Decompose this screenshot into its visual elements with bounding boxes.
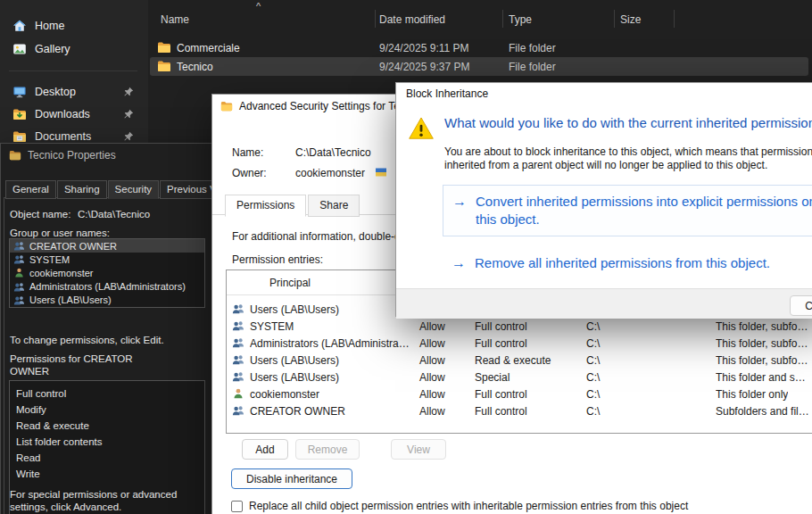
object-name-label: Object name: bbox=[10, 209, 70, 220]
remove-permissions-command-link[interactable]: → Remove all inherited permissions from … bbox=[443, 247, 812, 279]
gallery-icon bbox=[12, 42, 27, 56]
object-name-value: C:\Data\Tecnico bbox=[78, 209, 150, 220]
group-icon bbox=[13, 240, 25, 252]
convert-permissions-command-link[interactable]: → Convert inherited permissions into exp… bbox=[443, 185, 812, 236]
owner-label: Owner: bbox=[232, 167, 267, 179]
advanced-hint-text: For special permissions or advanced sett… bbox=[10, 489, 211, 513]
tab-security[interactable]: Security bbox=[108, 180, 160, 199]
permission-item-read[interactable]: Read bbox=[10, 450, 204, 466]
pin-icon[interactable] bbox=[123, 87, 134, 97]
sidebar-item-label: Downloads bbox=[35, 108, 90, 120]
group-item-cookiemonster[interactable]: cookiemonster bbox=[10, 266, 204, 279]
cell-type: Allow bbox=[419, 320, 445, 333]
name-value: C:\Data\Tecnico bbox=[295, 146, 371, 159]
sidebar-item-home[interactable]: Home bbox=[4, 14, 145, 37]
body-text-line2: inherited from a parent object will no l… bbox=[444, 159, 767, 171]
cancel-button[interactable]: Cancel bbox=[790, 295, 812, 316]
cell-principal: CREATOR OWNER bbox=[250, 405, 345, 418]
file-type: File folder bbox=[509, 61, 556, 73]
cell-applies-to: This folder and subfolders bbox=[716, 371, 810, 384]
cell-inherited-from: C:\ bbox=[586, 371, 600, 384]
table-row[interactable]: SYSTEM Allow Full control C:\ This folde… bbox=[227, 318, 812, 335]
cell-access: Special bbox=[475, 371, 510, 384]
dialog-footer: Cancel bbox=[396, 288, 812, 319]
table-row[interactable]: Users (LAB\Users) Allow Read & execute C… bbox=[227, 352, 812, 369]
group-item-label: SYSTEM bbox=[29, 254, 70, 265]
command-link-label: Convert inherited permissions into expli… bbox=[476, 193, 812, 228]
replace-permissions-label[interactable]: Replace all child object permission entr… bbox=[249, 500, 688, 512]
group-icon bbox=[13, 281, 25, 293]
permission-item-read-execute[interactable]: Read & execute bbox=[10, 418, 204, 434]
table-row[interactable]: cookiemonster Allow Full control C:\ Thi… bbox=[227, 386, 812, 402]
group-item-users[interactable]: Users (LAB\Users) bbox=[10, 294, 204, 307]
header-principal[interactable]: Principal bbox=[269, 277, 311, 289]
file-date-modified: 9/24/2025 9:11 PM bbox=[379, 42, 469, 54]
group-item-system[interactable]: SYSTEM bbox=[10, 253, 204, 266]
tab-share[interactable]: Share bbox=[308, 195, 360, 217]
documents-icon bbox=[12, 129, 27, 144]
pin-icon[interactable] bbox=[123, 131, 134, 142]
tab-permissions[interactable]: Permissions bbox=[225, 195, 306, 217]
group-item-creator-owner[interactable]: CREATOR OWNER bbox=[10, 239, 204, 253]
permission-item-list-folder-contents[interactable]: List folder contents bbox=[10, 434, 204, 450]
cell-applies-to: Subfolders and files only bbox=[716, 405, 810, 418]
add-button[interactable]: Add bbox=[242, 439, 288, 460]
cell-principal: Administrators (LAB\Administrators) bbox=[250, 337, 412, 350]
permission-item-modify[interactable]: Modify bbox=[10, 402, 204, 418]
warning-icon bbox=[408, 115, 435, 142]
owner-value: cookiemonster bbox=[295, 167, 365, 179]
tab-sharing[interactable]: Sharing bbox=[57, 180, 107, 199]
sidebar-divider bbox=[9, 70, 137, 71]
folder-icon bbox=[9, 149, 21, 162]
permission-item-write[interactable]: Write bbox=[10, 466, 204, 482]
cell-inherited-from: C:\ bbox=[586, 388, 600, 401]
group-item-label: Users (LAB\Users) bbox=[29, 294, 112, 305]
group-item-administrators[interactable]: Administrators (LAB\Administrators) bbox=[10, 280, 204, 294]
group-item-label: Administrators (LAB\Administrators) bbox=[29, 281, 186, 292]
group-icon bbox=[13, 253, 25, 265]
main-instruction: What would you like to do with the curre… bbox=[444, 115, 812, 130]
cell-principal: Users (LAB\Users) bbox=[250, 371, 339, 384]
table-row[interactable]: Administrators (LAB\Administrators) Allo… bbox=[227, 335, 812, 352]
user-icon bbox=[232, 387, 244, 400]
column-resize-handle[interactable] bbox=[614, 10, 615, 28]
remove-button[interactable]: Remove bbox=[295, 439, 360, 460]
permission-entries-label: Permission entries: bbox=[232, 253, 323, 266]
sidebar-item-downloads[interactable]: Downloads bbox=[4, 103, 145, 126]
view-button[interactable]: View bbox=[391, 439, 446, 460]
column-resize-handle[interactable] bbox=[674, 10, 675, 28]
disable-inheritance-button[interactable]: Disable inheritance bbox=[231, 468, 352, 489]
edit-hint-text: To change permissions, click Edit. bbox=[10, 335, 164, 345]
permission-item-full-control[interactable]: Full control bbox=[10, 386, 204, 402]
cell-type: Allow bbox=[419, 388, 445, 401]
cell-type: Allow bbox=[419, 371, 445, 384]
folder-icon bbox=[157, 59, 171, 73]
sidebar-item-gallery[interactable]: Gallery bbox=[4, 37, 145, 61]
table-row[interactable]: Users (LAB\Users) Allow Special C:\ This… bbox=[227, 369, 812, 386]
replace-permissions-checkbox[interactable] bbox=[231, 501, 243, 512]
group-icon bbox=[13, 294, 25, 306]
column-resize-handle[interactable] bbox=[375, 10, 376, 28]
group-item-label: CREATOR OWNER bbox=[29, 241, 117, 252]
sidebar-item-label: Documents bbox=[35, 130, 91, 143]
column-resize-handle[interactable] bbox=[502, 10, 503, 28]
file-row-commerciale[interactable]: Commerciale 9/24/2025 9:11 PM File folde… bbox=[150, 38, 808, 57]
tab-general[interactable]: General bbox=[5, 180, 56, 199]
file-name: Commerciale bbox=[177, 42, 240, 54]
file-type: File folder bbox=[509, 42, 556, 54]
group-item-label: cookiemonster bbox=[29, 268, 94, 278]
pin-icon[interactable] bbox=[123, 109, 134, 120]
file-row-tecnico[interactable]: Tecnico 9/24/2025 9:37 PM File folder bbox=[150, 57, 808, 76]
file-date-modified: 9/24/2025 9:37 PM bbox=[379, 61, 469, 73]
sidebar-item-desktop[interactable]: Desktop bbox=[4, 80, 145, 104]
user-icon bbox=[13, 267, 25, 278]
column-header-date-modified[interactable]: Date modified bbox=[379, 13, 445, 26]
dialog-title: Block Inheritance bbox=[406, 87, 488, 100]
column-header-type[interactable]: Type bbox=[509, 13, 532, 26]
table-row[interactable]: CREATOR OWNER Allow Full control C:\ Sub… bbox=[227, 402, 812, 419]
column-header-name[interactable]: Name bbox=[161, 13, 189, 26]
column-header-size[interactable]: Size bbox=[620, 13, 641, 26]
cell-inherited-from: C:\ bbox=[586, 354, 600, 367]
cell-inherited-from: C:\ bbox=[586, 337, 600, 350]
cell-access: Full control bbox=[475, 337, 527, 350]
